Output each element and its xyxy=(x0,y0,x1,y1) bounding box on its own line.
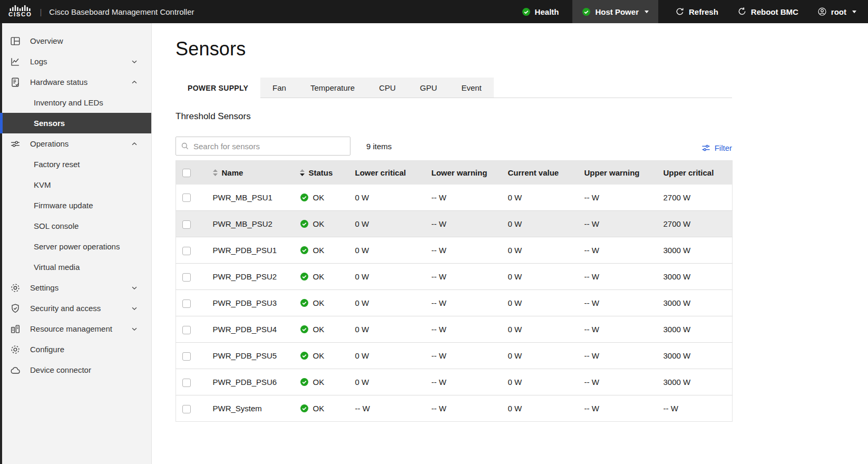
lower-critical-cell: -- W xyxy=(349,395,425,422)
column-header-current-value[interactable]: Current value xyxy=(502,161,578,185)
column-label: Upper critical xyxy=(664,168,714,177)
column-header-upper-critical[interactable]: Upper critical xyxy=(657,161,733,185)
reboot-bmc-button[interactable]: Reboot BMC xyxy=(735,0,801,23)
row-checkbox[interactable] xyxy=(182,194,191,202)
status-ok-icon xyxy=(300,219,309,228)
sensor-name-cell: PWR_MB_PSU1 xyxy=(207,185,294,211)
lower-critical-cell: 0 W xyxy=(349,369,425,395)
upper-critical-cell: 3000 W xyxy=(657,237,733,264)
sidebar-item-settings[interactable]: Settings xyxy=(0,277,151,298)
app-title: Cisco Baseboard Management Controller xyxy=(49,7,194,16)
row-checkbox[interactable] xyxy=(182,299,191,308)
host-power-label: Host Power xyxy=(595,7,639,16)
row-checkbox[interactable] xyxy=(182,220,191,229)
sidebar-item-sol-console[interactable]: SOL console xyxy=(0,216,151,236)
tab-fan[interactable]: Fan xyxy=(260,78,298,98)
sidebar-item-firmware-update[interactable]: Firmware update xyxy=(0,195,151,216)
lower-warning-cell: -- W xyxy=(425,395,502,422)
refresh-icon xyxy=(675,7,685,16)
sidebar-item-label: Overview xyxy=(30,36,63,45)
tab-temperature[interactable]: Temperature xyxy=(298,78,367,98)
table-row[interactable]: PWR_MB_PSU2OK0 W-- W0 W-- W2700 W xyxy=(176,211,733,237)
search-box xyxy=(175,137,350,156)
table-row[interactable]: PWR_SystemOK-- W-- W0 W-- W-- W xyxy=(176,395,733,422)
table-toolbar: 9 items Filter xyxy=(175,137,732,156)
sidebar-item-factory-reset[interactable]: Factory reset xyxy=(0,154,151,175)
refresh-button[interactable]: Refresh xyxy=(673,0,720,23)
status-ok-icon xyxy=(300,272,309,281)
host-power-ok-icon xyxy=(582,7,591,16)
column-header-lower-critical[interactable]: Lower critical xyxy=(349,161,425,185)
sidebar-item-logs[interactable]: Logs xyxy=(0,51,151,72)
sidebar-item-kvm[interactable]: KVM xyxy=(0,175,151,195)
sidebar-item-operations[interactable]: Operations xyxy=(0,133,151,154)
sidebar-item-configure[interactable]: Configure xyxy=(0,339,151,360)
table-row[interactable]: PWR_PDB_PSU5OK0 W-- W0 W-- W3000 W xyxy=(176,343,733,369)
cloud-icon xyxy=(9,364,21,376)
current-value-cell: 0 W xyxy=(502,395,578,422)
sidebar-item-virtual-media[interactable]: Virtual media xyxy=(0,257,151,277)
chevron-up-icon xyxy=(130,78,139,86)
column-header-lower-warning[interactable]: Lower warning xyxy=(425,161,502,185)
cisco-logo-icon xyxy=(9,5,31,11)
health-status[interactable]: Health xyxy=(520,0,561,23)
section-title: Threshold Sensors xyxy=(175,111,868,122)
row-checkbox[interactable] xyxy=(182,273,191,282)
sidebar-item-device-connector[interactable]: Device connector xyxy=(0,360,151,380)
sidebar-item-server-power-operations[interactable]: Server power operations xyxy=(0,236,151,257)
table-row[interactable]: PWR_PDB_PSU6OK0 W-- W0 W-- W3000 W xyxy=(176,369,733,395)
table-row[interactable]: PWR_MB_PSU1OK0 W-- W0 W-- W2700 W xyxy=(176,185,733,211)
tab-gpu[interactable]: GPU xyxy=(408,78,450,98)
table-row[interactable]: PWR_PDB_PSU4OK0 W-- W0 W-- W3000 W xyxy=(176,316,733,343)
user-menu[interactable]: root xyxy=(815,0,859,23)
tab-event[interactable]: Event xyxy=(449,78,493,98)
upper-warning-cell: -- W xyxy=(578,369,657,395)
table-row[interactable]: PWR_PDB_PSU3OK0 W-- W0 W-- W3000 W xyxy=(176,290,733,316)
lower-warning-cell: -- W xyxy=(425,369,502,395)
select-all-checkbox[interactable] xyxy=(182,169,191,177)
upper-warning-cell: -- W xyxy=(578,211,657,237)
upper-warning-cell: -- W xyxy=(578,290,657,316)
host-power-button[interactable]: Host Power xyxy=(572,0,658,23)
sensor-name-cell: PWR_PDB_PSU6 xyxy=(207,369,294,395)
sidebar-item-sensors[interactable]: Sensors xyxy=(0,113,151,133)
row-checkbox[interactable] xyxy=(182,379,191,387)
column-header-upper-warning[interactable]: Upper warning xyxy=(578,161,657,185)
table-header-row: Name Status Lower critical Lower warning… xyxy=(176,161,733,185)
tab-cpu[interactable]: CPU xyxy=(367,78,408,98)
filter-button[interactable]: Filter xyxy=(701,143,732,153)
status-badge: OK xyxy=(300,325,349,334)
search-icon xyxy=(180,141,190,151)
sidebar-item-label: Firmware update xyxy=(34,201,93,210)
lower-critical-cell: 0 W xyxy=(349,316,425,343)
row-checkbox[interactable] xyxy=(182,247,191,255)
tab-power-supply[interactable]: POWER SUPPLY xyxy=(175,78,260,98)
row-checkbox[interactable] xyxy=(182,352,191,361)
status-label: OK xyxy=(313,378,325,386)
sort-icon-name xyxy=(213,169,218,176)
column-label: Lower critical xyxy=(355,168,406,177)
sidebar-item-overview[interactable]: Overview xyxy=(0,31,151,51)
sidebar-item-label: Operations xyxy=(30,139,69,148)
upper-warning-cell: -- W xyxy=(578,237,657,264)
status-badge: OK xyxy=(300,272,349,281)
upper-critical-cell: 3000 W xyxy=(657,290,733,316)
column-header-name[interactable]: Name xyxy=(207,161,294,185)
hardware-status-icon xyxy=(9,76,21,88)
sidebar-item-label: Factory reset xyxy=(34,160,80,169)
sidebar-item-label: Inventory and LEDs xyxy=(34,98,103,107)
sidebar-item-security-and-access[interactable]: Security and access xyxy=(0,298,151,318)
table-row[interactable]: PWR_PDB_PSU1OK0 W-- W0 W-- W3000 W xyxy=(176,237,733,264)
sidebar-item-hardware-status[interactable]: Hardware status xyxy=(0,72,151,92)
row-checkbox[interactable] xyxy=(182,405,191,413)
upper-warning-cell: -- W xyxy=(578,264,657,290)
sort-icon-status xyxy=(300,169,305,176)
status-label: OK xyxy=(313,325,325,334)
search-input[interactable] xyxy=(175,137,350,156)
row-checkbox[interactable] xyxy=(182,326,191,334)
sidebar-item-inventory-and-leds[interactable]: Inventory and LEDs xyxy=(0,92,151,113)
health-ok-icon xyxy=(522,7,531,16)
table-row[interactable]: PWR_PDB_PSU2OK0 W-- W0 W-- W3000 W xyxy=(176,264,733,290)
column-header-status[interactable]: Status xyxy=(294,161,349,185)
sidebar-item-resource-management[interactable]: Resource management xyxy=(0,318,151,339)
